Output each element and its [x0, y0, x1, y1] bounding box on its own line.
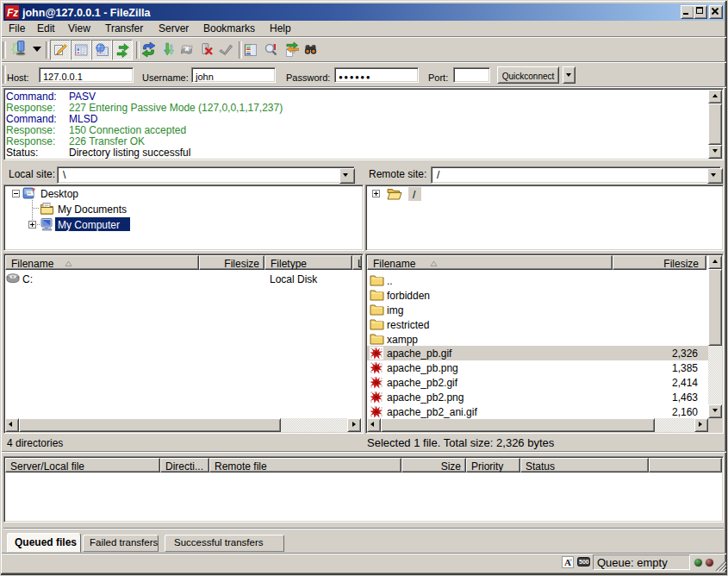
svg-text:A: A — [564, 557, 571, 567]
svg-text:Fz: Fz — [7, 7, 18, 19]
svg-text:500: 500 — [579, 559, 589, 565]
